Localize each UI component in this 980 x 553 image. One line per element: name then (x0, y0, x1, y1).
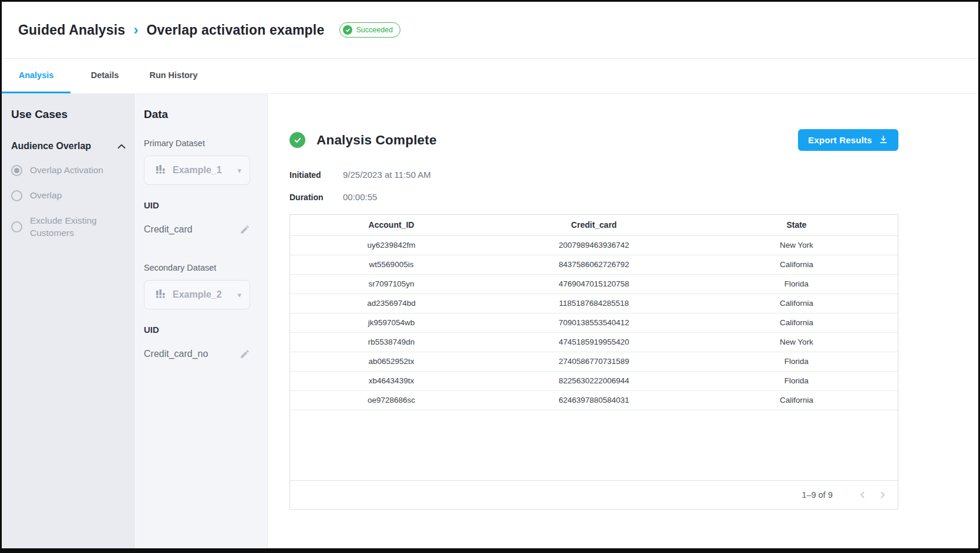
initiated-value: 9/25/2023 at 11:50 AM (343, 170, 431, 180)
check-circle-icon (343, 25, 352, 35)
radio-option-overlap-activation[interactable]: Overlap Activation (11, 164, 126, 177)
table-row: wt5569005is8437586062726792California (290, 255, 898, 274)
table-cell: 7090138553540412 (493, 313, 695, 332)
table-row: uy6239842fm2007989463936742New York (290, 235, 898, 255)
tab-details[interactable]: Details (70, 59, 139, 93)
table-cell: California (695, 313, 898, 332)
table-row: oe9728686sc6246397880584031California (290, 390, 898, 410)
table-cell: 2007989463936742 (493, 235, 695, 255)
results-table-head: Account_ID Credit_card State (290, 215, 898, 235)
use-cases-sidebar: Use Cases Audience Overlap Overlap Activ… (2, 94, 136, 548)
radio-label: Overlap Activation (30, 164, 103, 177)
caret-down-icon: ▾ (237, 291, 241, 299)
chevron-left-icon (857, 490, 868, 500)
table-cell: ab0652952tx (290, 352, 493, 371)
radio-option-exclude-existing[interactable]: Exclude Existing Customers (11, 215, 126, 240)
radio-icon[interactable] (11, 165, 22, 176)
table-row: ad2356974bd1185187684285518California (290, 294, 898, 313)
table-cell: uy6239842fm (290, 235, 493, 255)
dataset-chart-icon (156, 164, 165, 176)
table-row: rb5538749dn4745185919955420New York (290, 332, 898, 352)
table-pagination: 1–9 of 9 (290, 480, 898, 509)
caret-down-icon: ▾ (237, 166, 241, 175)
content-area: Use Cases Audience Overlap Overlap Activ… (2, 94, 978, 548)
table-cell: wt5569005is (290, 255, 493, 274)
app-window: Guided Analysis › Overlap activation exa… (0, 0, 980, 553)
secondary-dataset-select[interactable]: Example_2 ▾ (144, 280, 250, 309)
duration-label: Duration (289, 193, 343, 202)
primary-dataset-label: Primary Dataset (144, 139, 259, 148)
chevron-right-icon (877, 490, 888, 500)
data-panel: Data Primary Dataset Example_1 ▾ UID Cre… (136, 94, 268, 548)
table-cell: rb5538749dn (290, 332, 493, 352)
table-row: xb4643439tx8225630222006944Florida (290, 371, 898, 390)
page-title: Overlap activation example (146, 22, 324, 38)
table-cell: Florida (695, 274, 898, 294)
export-results-button[interactable]: Export Results (798, 129, 898, 151)
column-header-credit-card: Credit_card (493, 215, 695, 235)
table-cell: xb4643439tx (290, 371, 493, 390)
radio-icon[interactable] (11, 221, 22, 232)
table-cell: jk9597054wb (290, 313, 493, 332)
radio-icon[interactable] (11, 190, 22, 201)
secondary-uid-label: UID (144, 325, 259, 335)
edit-pencil-icon[interactable] (240, 349, 250, 359)
tab-analysis[interactable]: Analysis (2, 59, 70, 93)
table-cell: New York (695, 235, 898, 255)
table-row: ab0652952tx2740586770731589Florida (290, 352, 898, 371)
status-row: Analysis Complete Export Results (289, 129, 898, 151)
use-cases-title: Use Cases (11, 108, 126, 121)
download-icon (878, 134, 888, 146)
primary-uid-value: Credit_card (144, 224, 193, 235)
pagination-prev-button[interactable] (855, 487, 870, 503)
meta-row-duration: Duration 00:00:55 (289, 192, 898, 202)
table-cell: 2740586770731589 (493, 352, 695, 371)
pagination-range: 1–9 of 9 (802, 490, 833, 500)
column-header-state: State (695, 215, 898, 235)
audience-overlap-group-toggle[interactable]: Audience Overlap (11, 141, 126, 151)
results-table-card: Account_ID Credit_card State uy6239842fm… (289, 214, 898, 510)
table-cell: 8225630222006944 (493, 371, 695, 390)
radio-option-overlap[interactable]: Overlap (11, 190, 126, 202)
table-cell: 4769047015120758 (493, 274, 695, 294)
status-badge: Succeeded (339, 22, 400, 38)
tab-run-history[interactable]: Run History (139, 59, 208, 93)
group-label: Audience Overlap (11, 141, 91, 151)
duration-value: 00:00:55 (343, 192, 377, 202)
analysis-status: Analysis Complete (289, 132, 437, 148)
table-cell: California (695, 255, 898, 274)
secondary-dataset-value: Example_2 (173, 289, 237, 300)
results-main: Analysis Complete Export Results Initiat… (268, 94, 978, 548)
table-cell: New York (695, 332, 898, 352)
data-panel-title: Data (144, 108, 259, 121)
chevron-up-icon (117, 141, 126, 151)
table-row: jk9597054wb7090138553540412California (290, 313, 898, 332)
primary-dataset-select[interactable]: Example_1 ▾ (144, 156, 250, 185)
tab-bar: Analysis Details Run History (2, 59, 978, 94)
table-row: sr7097105yn4769047015120758Florida (290, 274, 898, 294)
page-header: Guided Analysis › Overlap activation exa… (2, 2, 978, 59)
table-cell: 1185187684285518 (493, 294, 695, 313)
breadcrumb-chevron-icon: › (133, 23, 138, 37)
results-table: Account_ID Credit_card State uy6239842fm… (290, 215, 898, 410)
edit-pencil-icon[interactable] (240, 224, 250, 235)
header-row: Account_ID Credit_card State (290, 215, 898, 235)
secondary-uid-value: Credit_card_no (144, 349, 208, 359)
secondary-dataset-label: Secondary Dataset (144, 263, 259, 272)
export-button-label: Export Results (808, 135, 872, 145)
table-cell: ad2356974bd (290, 294, 493, 313)
pagination-next-button[interactable] (875, 487, 890, 503)
radio-label: Overlap (30, 190, 62, 202)
table-cell: California (695, 294, 898, 313)
initiated-label: Initiated (289, 170, 343, 180)
primary-uid-row: Credit_card (144, 224, 250, 235)
table-cell: California (695, 390, 898, 410)
meta-row-initiated: Initiated 9/25/2023 at 11:50 AM (289, 170, 898, 180)
table-cell: 4745185919955420 (493, 332, 695, 352)
column-header-account-id: Account_ID (290, 215, 493, 235)
status-title: Analysis Complete (316, 133, 437, 148)
secondary-uid-row: Credit_card_no (144, 349, 250, 359)
primary-dataset-value: Example_1 (173, 165, 237, 176)
primary-uid-label: UID (144, 200, 259, 210)
breadcrumb-root[interactable]: Guided Analysis (18, 22, 125, 38)
